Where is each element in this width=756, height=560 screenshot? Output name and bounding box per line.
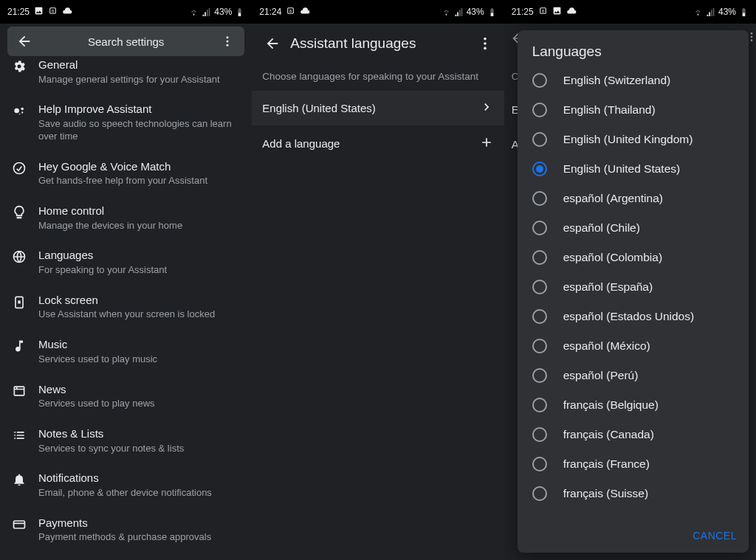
language-option[interactable]: español (México) xyxy=(518,331,749,361)
cloud-icon xyxy=(300,6,310,18)
language-option[interactable]: English (Thailand) xyxy=(518,95,749,125)
settings-item-sub: Manage general settings for your Assista… xyxy=(38,74,241,86)
radio-icon xyxy=(532,486,547,501)
settings-item-sub: Services used to play news xyxy=(38,398,241,410)
back-icon[interactable] xyxy=(13,33,35,49)
language-option[interactable]: English (United Kingdom) xyxy=(518,125,749,154)
more-icon[interactable] xyxy=(216,35,238,48)
plus-icon xyxy=(479,135,494,153)
svg-point-8 xyxy=(19,114,21,115)
language-option-label: français (Suisse) xyxy=(547,487,648,500)
settings-item-title: Payments xyxy=(38,516,241,530)
settings-item-sub: Email, phone & other device notification… xyxy=(38,487,241,499)
settings-item-help-improve-assistant[interactable]: Help Improve AssistantSave audio so spee… xyxy=(0,94,252,151)
settings-item-news[interactable]: NewsServices used to play news xyxy=(0,375,252,419)
news-icon xyxy=(12,382,38,398)
settings-item-sub: Get hands-free help from your Assistant xyxy=(38,175,241,187)
language-option[interactable]: español (Colombia) xyxy=(518,243,749,272)
globe-icon xyxy=(12,248,38,264)
bell-icon xyxy=(12,471,38,487)
assist-icon xyxy=(12,102,38,118)
app-bar-title: Assistant languages xyxy=(287,35,471,52)
language-option-label: español (Argentina) xyxy=(547,192,663,205)
language-option[interactable]: español (Perú) xyxy=(518,361,749,390)
image-icon xyxy=(34,6,44,18)
language-option[interactable]: español (España) xyxy=(518,272,749,302)
settings-item-languages[interactable]: LanguagesFor speaking to your Assistant xyxy=(0,241,252,285)
settings-item-general[interactable]: GeneralManage general settings for your … xyxy=(0,50,252,94)
radio-icon xyxy=(532,162,547,176)
snooze-icon: 8 xyxy=(538,6,548,18)
battery-text: 43% xyxy=(467,7,484,17)
dialog-actions: CANCEL xyxy=(518,523,749,553)
wifi-icon xyxy=(693,7,703,17)
wifi-icon xyxy=(441,7,451,17)
svg-point-23 xyxy=(751,36,753,38)
app-bar: Assistant languages xyxy=(252,24,504,63)
settings-item-title: General xyxy=(38,58,241,72)
gear-icon xyxy=(12,58,38,74)
settings-item-title: Help Improve Assistant xyxy=(38,102,241,117)
radio-icon xyxy=(532,250,547,265)
status-bar: 21:25 8 43% xyxy=(504,0,756,24)
svg-text:8: 8 xyxy=(542,9,544,13)
settings-item-sub: Services to sync your notes & lists xyxy=(38,443,241,455)
radio-icon xyxy=(532,368,547,383)
battery-icon xyxy=(739,7,749,17)
settings-item-hey-google-voice-match[interactable]: Hey Google & Voice MatchGet hands-free h… xyxy=(0,152,252,196)
svg-point-24 xyxy=(751,39,753,41)
settings-item-title: News xyxy=(38,382,241,397)
language-option[interactable]: español (Argentina) xyxy=(518,184,749,213)
settings-item-payments[interactable]: PaymentsPayment methods & purchase appro… xyxy=(0,508,252,553)
image-icon xyxy=(552,6,562,18)
bulb-icon xyxy=(12,204,38,220)
language-option-label: français (Canada) xyxy=(547,428,654,441)
language-option-label: English (Switzerland) xyxy=(547,74,671,87)
settings-item-title: Notifications xyxy=(38,471,241,485)
settings-item-lock-screen[interactable]: Lock screenUse Assistant when your scree… xyxy=(0,286,252,330)
status-time: 21:25 xyxy=(512,7,534,17)
language-option[interactable]: français (Belgique) xyxy=(518,390,749,420)
settings-item-sub: Manage the devices in your home xyxy=(38,220,241,232)
svg-point-22 xyxy=(751,32,753,35)
status-time: 21:24 xyxy=(259,7,281,17)
language-option[interactable]: español (Chile) xyxy=(518,213,749,243)
language-option-label: español (Colombia) xyxy=(547,251,662,264)
cancel-button[interactable]: CANCEL xyxy=(693,530,737,542)
settings-item-sub: Save audio so speech technologies can le… xyxy=(38,118,241,143)
radio-icon xyxy=(532,73,547,88)
svg-point-9 xyxy=(14,162,25,173)
language-option-label: español (Chile) xyxy=(547,221,640,235)
language-option[interactable]: español (Estados Unidos) xyxy=(518,302,749,331)
settings-screen: 21:25 8 43% Search settings GeneralManag… xyxy=(0,0,252,560)
list-icon xyxy=(12,426,38,443)
settings-item-sub: For speaking to your Assistant xyxy=(38,264,241,277)
svg-text:8: 8 xyxy=(289,9,292,13)
language-option-label: English (United States) xyxy=(547,162,681,176)
battery-icon xyxy=(487,7,497,17)
voice-icon xyxy=(12,159,38,176)
radio-icon xyxy=(532,221,547,235)
cloud-icon xyxy=(566,6,577,18)
current-language-row[interactable]: English (United States) xyxy=(252,91,504,126)
settings-item-sub: Services used to play music xyxy=(38,353,241,366)
settings-item-notifications[interactable]: NotificationsEmail, phone & other device… xyxy=(0,463,252,508)
language-option-label: English (Thailand) xyxy=(547,103,656,117)
language-options-list: English (Switzerland)English (Thailand)E… xyxy=(518,66,749,523)
language-option[interactable]: English (Switzerland) xyxy=(518,66,749,95)
settings-item-home-control[interactable]: Home controlManage the devices in your h… xyxy=(0,196,252,241)
language-option[interactable]: français (Suisse) xyxy=(518,479,749,508)
more-icon[interactable] xyxy=(472,35,498,52)
add-language-row[interactable]: Add a language xyxy=(252,126,504,162)
language-option[interactable]: français (France) xyxy=(518,449,749,479)
radio-icon xyxy=(532,339,547,353)
settings-item-notes-lists[interactable]: Notes & ListsServices to sync your notes… xyxy=(0,419,252,463)
back-icon[interactable] xyxy=(258,35,287,52)
music-icon xyxy=(12,337,38,353)
radio-icon xyxy=(532,132,547,147)
settings-list: GeneralManage general settings for your … xyxy=(0,59,252,553)
svg-point-17 xyxy=(484,38,487,41)
settings-item-music[interactable]: MusicServices used to play music xyxy=(0,330,252,374)
language-option[interactable]: English (United States) xyxy=(518,154,749,184)
language-option[interactable]: français (Canada) xyxy=(518,420,749,449)
